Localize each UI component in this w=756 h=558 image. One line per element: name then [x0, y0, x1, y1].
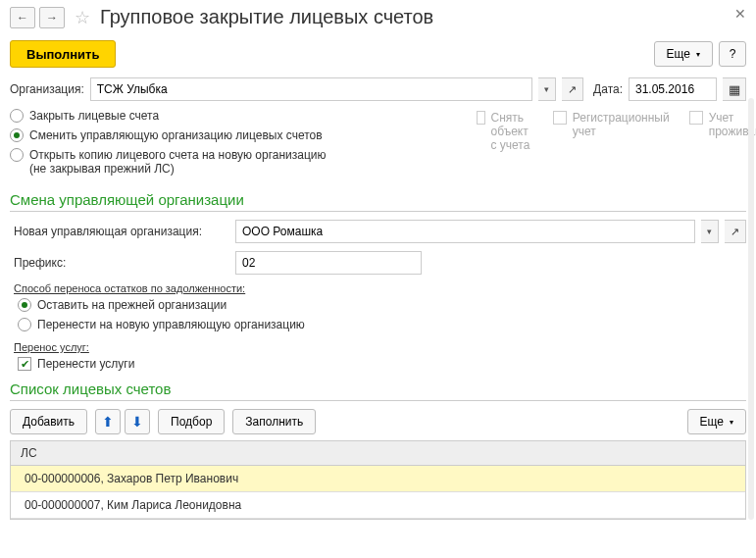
- checkbox-move-services-label: Перенести услуги: [37, 357, 134, 371]
- accounts-table: ЛС 00-000000006, Захаров Петр Иванович 0…: [10, 440, 746, 520]
- chevron-down-icon: ▾: [696, 50, 700, 59]
- radio-debt-move[interactable]: [18, 318, 31, 331]
- checkbox-remove-label: Снять объектс учета: [491, 111, 533, 152]
- radio-change-label: Сменить управляющую организацию лицевых …: [29, 128, 323, 142]
- checkbox-remove-object: [477, 111, 485, 125]
- prefix-input[interactable]: [235, 251, 422, 275]
- radio-open-copy[interactable]: [10, 148, 24, 162]
- radio-close-label: Закрыть лицевые счета: [29, 109, 159, 123]
- list-more-button[interactable]: Еще▾: [687, 409, 746, 434]
- list-more-label: Еще: [700, 415, 724, 429]
- radio-debt-move-label: Перенести на новую управляющую организац…: [37, 318, 305, 331]
- move-up-button[interactable]: ⬆: [95, 409, 121, 434]
- table-row[interactable]: 00-000000006, Захаров Петр Иванович: [11, 466, 745, 492]
- pick-button[interactable]: Подбор: [158, 409, 225, 434]
- chevron-down-icon: ▾: [730, 418, 733, 427]
- section-account-list-header: Список лицевых счетов: [10, 380, 746, 401]
- new-org-open-button[interactable]: ↗: [725, 220, 746, 243]
- date-label: Дата:: [593, 82, 623, 96]
- checkbox-registration: [553, 111, 567, 125]
- table-row[interactable]: 00-000000007, Ким Лариса Леонидовна: [11, 492, 745, 519]
- radio-copy-label: Открыть копию лицевого счета на новую ор…: [29, 148, 327, 176]
- organization-label: Организация:: [10, 82, 84, 96]
- toolbar-more-button[interactable]: Еще▾: [654, 41, 713, 67]
- organization-open-button[interactable]: ↗: [562, 77, 583, 101]
- execute-button[interactable]: Выполнить: [10, 40, 116, 68]
- nav-forward-button[interactable]: →: [39, 7, 65, 28]
- checkbox-registration-label: Регистрационныйучет: [573, 111, 670, 138]
- nav-back-button[interactable]: ←: [10, 7, 35, 28]
- close-icon[interactable]: ✕: [734, 6, 746, 22]
- debt-transfer-header: Способ переноса остатков по задолженност…: [10, 282, 746, 294]
- checkbox-move-services[interactable]: ✔: [18, 357, 31, 371]
- new-org-input[interactable]: [235, 220, 695, 243]
- checkbox-living: [689, 111, 703, 125]
- move-down-button[interactable]: ⬇: [125, 409, 150, 434]
- favorite-star-icon[interactable]: ☆: [73, 8, 92, 27]
- help-button[interactable]: ?: [719, 41, 746, 67]
- fill-button[interactable]: Заполнить: [232, 409, 316, 434]
- more-label: Еще: [667, 47, 690, 61]
- page-title: Групповое закрытие лицевых счетов: [100, 6, 433, 28]
- add-button[interactable]: Добавить: [10, 409, 87, 434]
- radio-debt-keep-label: Оставить на прежней организации: [37, 298, 227, 312]
- date-input[interactable]: [629, 77, 717, 101]
- radio-change-org[interactable]: [10, 128, 24, 142]
- prefix-label: Префикс:: [14, 256, 229, 270]
- service-transfer-header: Перенос услуг:: [10, 341, 746, 353]
- table-header-ls[interactable]: ЛС: [11, 441, 745, 466]
- radio-debt-keep[interactable]: [18, 298, 31, 312]
- new-org-dropdown-button[interactable]: ▾: [701, 220, 719, 243]
- calendar-icon[interactable]: ▦: [723, 77, 746, 101]
- section-change-org-header: Смена управляющей организации: [10, 191, 746, 212]
- scrollbar[interactable]: [748, 98, 754, 520]
- organization-dropdown-button[interactable]: ▾: [538, 77, 556, 101]
- radio-close-accounts[interactable]: [10, 109, 24, 123]
- new-org-label: Новая управляющая организация:: [14, 225, 229, 238]
- organization-input[interactable]: [90, 77, 532, 101]
